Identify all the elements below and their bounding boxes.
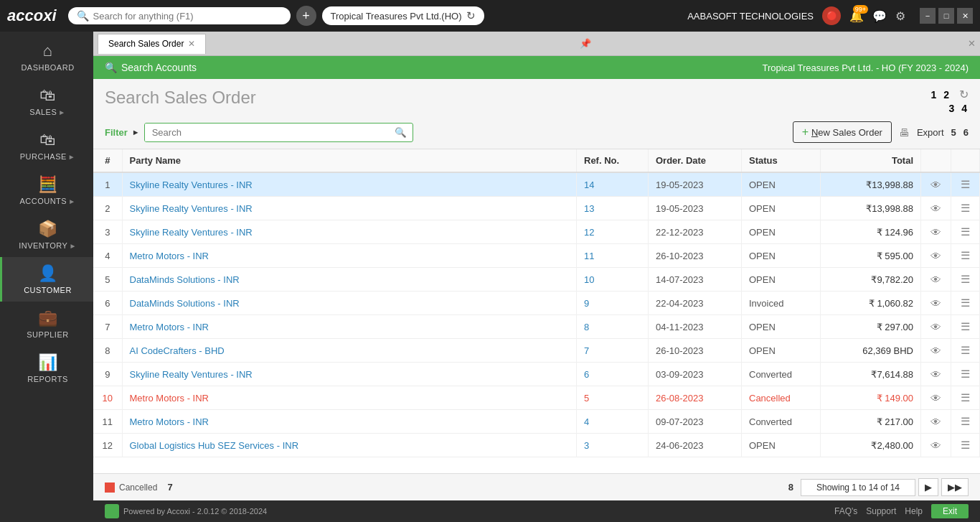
company-refresh-icon[interactable]: ↻ bbox=[466, 9, 476, 22]
view-icon[interactable]: 👁 bbox=[930, 179, 941, 191]
menu-icon[interactable]: ☰ bbox=[961, 368, 970, 380]
menu-icon[interactable]: ☰ bbox=[961, 415, 970, 427]
table-row[interactable]: 3 Skyline Realty Ventures - INR 12 22-12… bbox=[93, 220, 980, 244]
sidebar-item-purchase[interactable]: 🛍 PURCHASE ► bbox=[0, 123, 93, 168]
cell-ref[interactable]: 6 bbox=[577, 363, 649, 386]
view-icon[interactable]: 👁 bbox=[930, 202, 941, 215]
menu-icon[interactable]: ☰ bbox=[961, 249, 970, 261]
top-right-section: AABASOFT TECHNOLOGIES 🔴 🔔 99+ 💬 ⚙ − □ ✕ bbox=[687, 6, 973, 25]
menu-icon[interactable]: ☰ bbox=[961, 391, 970, 404]
page-refresh-icon[interactable]: ↻ bbox=[959, 88, 969, 101]
cell-party[interactable]: Metro Motors - INR bbox=[122, 315, 577, 339]
filter-button[interactable]: Filter bbox=[105, 127, 128, 138]
cell-party[interactable]: Skyline Realty Ventures - INR bbox=[122, 363, 577, 386]
view-icon[interactable]: 👁 bbox=[930, 368, 941, 381]
cell-ref[interactable]: 3 bbox=[577, 434, 649, 457]
menu-icon[interactable]: ☰ bbox=[961, 225, 970, 238]
table-row[interactable]: 7 Metro Motors - INR 8 04-11-2023 OPEN ₹… bbox=[93, 315, 980, 339]
cell-party[interactable]: Skyline Realty Ventures - INR bbox=[122, 220, 577, 244]
view-icon[interactable]: 👁 bbox=[930, 274, 941, 286]
tab-pin-icon[interactable]: 📌 bbox=[580, 38, 591, 49]
table-row[interactable]: 12 Global Logistics Hub SEZ Services - I… bbox=[93, 434, 980, 457]
table-row[interactable]: 11 Metro Motors - INR 4 09-07-2023 Conve… bbox=[93, 410, 980, 434]
view-icon[interactable]: 👁 bbox=[930, 226, 941, 238]
table-row[interactable]: 5 DataMinds Solutions - INR 10 14-07-202… bbox=[93, 268, 980, 292]
cell-ref[interactable]: 14 bbox=[577, 172, 649, 197]
search-submit-button[interactable]: 🔍 bbox=[389, 123, 413, 141]
sidebar-item-inventory[interactable]: 📦 INVENTORY ► bbox=[0, 213, 93, 257]
cell-party[interactable]: Metro Motors - INR bbox=[122, 410, 577, 434]
new-sales-order-button[interactable]: + New Sales Order bbox=[793, 121, 892, 143]
message-icon[interactable]: 💬 bbox=[872, 9, 887, 23]
export-button[interactable]: Export bbox=[917, 127, 944, 138]
view-icon[interactable]: 👁 bbox=[930, 297, 941, 309]
search-input[interactable] bbox=[145, 123, 389, 141]
cell-ref[interactable]: 8 bbox=[577, 315, 649, 339]
table-row[interactable]: 1 Skyline Realty Ventures - INR 14 19-05… bbox=[93, 172, 980, 197]
search-accounts-btn[interactable]: 🔍 Search Accounts bbox=[105, 62, 197, 73]
cell-party[interactable]: AI CodeCrafters - BHD bbox=[122, 339, 577, 363]
view-icon[interactable]: 👁 bbox=[930, 392, 941, 404]
cell-ref[interactable]: 12 bbox=[577, 220, 649, 244]
sidebar-item-label: DASHBOARD bbox=[21, 63, 74, 72]
menu-icon[interactable]: ☰ bbox=[961, 344, 970, 356]
cell-party[interactable]: Metro Motors - INR bbox=[122, 386, 577, 410]
cell-ref[interactable]: 13 bbox=[577, 197, 649, 220]
table-row[interactable]: 8 AI CodeCrafters - BHD 7 26-10-2023 OPE… bbox=[93, 339, 980, 363]
menu-icon[interactable]: ☰ bbox=[961, 320, 970, 332]
tab-close-icon[interactable]: ✕ bbox=[188, 39, 195, 49]
page-next-button[interactable]: ▶ bbox=[918, 478, 938, 496]
view-icon[interactable]: 👁 bbox=[930, 345, 941, 357]
global-search-input[interactable] bbox=[93, 11, 282, 22]
cell-ref[interactable]: 5 bbox=[577, 386, 649, 410]
sidebar-item-reports[interactable]: 📊 REPORTS bbox=[0, 346, 93, 391]
tab-close-window[interactable]: ✕ bbox=[968, 38, 976, 49]
company-selector[interactable]: Tropical Treasures Pvt Ltd.(HO) ↻ bbox=[322, 6, 484, 25]
settings-icon[interactable]: ⚙ bbox=[895, 9, 905, 23]
cell-party[interactable]: Skyline Realty Ventures - INR bbox=[122, 197, 577, 220]
sidebar-item-accounts[interactable]: 🧮 ACCOUNTS ► bbox=[0, 168, 93, 213]
view-icon[interactable]: 👁 bbox=[930, 250, 941, 262]
exit-button[interactable]: Exit bbox=[931, 504, 969, 518]
minimize-button[interactable]: − bbox=[920, 8, 936, 24]
tab-search-sales-order[interactable]: Search Sales Order ✕ bbox=[98, 34, 206, 54]
cell-party[interactable]: DataMinds Solutions - INR bbox=[122, 268, 577, 292]
maximize-button[interactable]: □ bbox=[938, 8, 954, 24]
menu-icon[interactable]: ☰ bbox=[961, 178, 970, 190]
table-row[interactable]: 4 Metro Motors - INR 11 26-10-2023 OPEN … bbox=[93, 244, 980, 268]
menu-icon[interactable]: ☰ bbox=[961, 439, 970, 451]
cell-ref[interactable]: 4 bbox=[577, 410, 649, 434]
view-icon[interactable]: 👁 bbox=[930, 416, 941, 428]
cell-ref[interactable]: 10 bbox=[577, 268, 649, 292]
cell-party[interactable]: Metro Motors - INR bbox=[122, 244, 577, 268]
filter-expand-icon[interactable]: ► bbox=[132, 128, 140, 136]
add-button[interactable]: + bbox=[296, 6, 316, 26]
page-last-button[interactable]: ▶▶ bbox=[941, 478, 969, 496]
support-link[interactable]: Support bbox=[866, 506, 896, 516]
notification-icon[interactable]: 🔔 99+ bbox=[849, 9, 864, 23]
sidebar-item-customer[interactable]: 👤 CUSTOMER bbox=[0, 257, 93, 302]
cell-ref[interactable]: 7 bbox=[577, 339, 649, 363]
table-row[interactable]: 2 Skyline Realty Ventures - INR 13 19-05… bbox=[93, 197, 980, 220]
sidebar-item-supplier[interactable]: 💼 SUPPLIER bbox=[0, 302, 93, 346]
cell-party[interactable]: DataMinds Solutions - INR bbox=[122, 292, 577, 315]
help-link[interactable]: Help bbox=[905, 506, 923, 516]
view-icon[interactable]: 👁 bbox=[930, 321, 941, 333]
user-avatar[interactable]: 🔴 bbox=[822, 6, 841, 25]
cell-ref[interactable]: 11 bbox=[577, 244, 649, 268]
close-button[interactable]: ✕ bbox=[957, 8, 973, 24]
faq-link[interactable]: FAQ's bbox=[834, 506, 857, 516]
menu-icon[interactable]: ☰ bbox=[961, 202, 970, 214]
menu-icon[interactable]: ☰ bbox=[961, 297, 970, 309]
table-row[interactable]: 6 DataMinds Solutions - INR 9 22-04-2023… bbox=[93, 292, 980, 315]
view-icon[interactable]: 👁 bbox=[930, 439, 941, 452]
table-row[interactable]: 10 Metro Motors - INR 5 26-08-2023 Cance… bbox=[93, 386, 980, 410]
sidebar-item-dashboard[interactable]: ⌂ DASHBOARD bbox=[0, 34, 93, 79]
sidebar-item-sales[interactable]: 🛍 SALES ► bbox=[0, 79, 93, 123]
cell-party[interactable]: Global Logistics Hub SEZ Services - INR bbox=[122, 434, 577, 457]
print-icon[interactable]: 🖶 bbox=[899, 126, 910, 139]
cell-ref[interactable]: 9 bbox=[577, 292, 649, 315]
cell-party[interactable]: Skyline Realty Ventures - INR bbox=[122, 172, 577, 197]
menu-icon[interactable]: ☰ bbox=[961, 273, 970, 285]
table-row[interactable]: 9 Skyline Realty Ventures - INR 6 03-09-… bbox=[93, 363, 980, 386]
